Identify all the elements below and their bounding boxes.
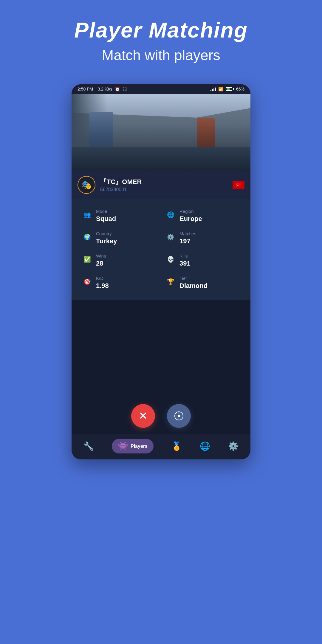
kills-label: Kills [179,253,191,258]
mode-label: Mode [96,209,116,214]
tools-icon: 🔧 [83,441,94,451]
status-speed: | 3.2KB/s [95,87,112,91]
players-icon: 👾 [118,441,128,451]
stat-region: 🌐 Region Europe [161,205,244,227]
nav-region[interactable]: 🌐 [200,441,210,451]
tier-label: Tier [179,276,208,281]
players-label: Players [131,444,148,449]
stat-tier: 🏆 Tier Diamond [161,272,244,294]
svg-point-1 [178,415,180,417]
bottom-nav: 🔧 👾 Players 🏅 🌐 ⚙️ [72,434,250,459]
headset-icon: 🎧 [122,87,127,91]
stats-grid: 👥 Mode Squad 🌐 Region Europe 🌍 Country T… [72,199,250,300]
nav-players[interactable]: 👾 Players [112,439,154,453]
nav-tools[interactable]: 🔧 [83,441,94,451]
matches-icon: ⚙️ [166,232,175,242]
region-value: Europe [179,215,202,223]
status-left: 2:50 PM | 3.2KB/s ⏰ 🎧 [78,87,127,91]
tier-value: Diamond [179,282,208,290]
player-id: 5628390001 [100,187,142,192]
kd-value: 1.98 [96,282,109,290]
country-value: Turkey [96,237,117,245]
stat-kd: 🎯 K/D 1.98 [78,272,161,294]
reject-button[interactable]: ✕ [131,404,155,428]
country-label: Country [96,231,117,236]
region-icon: 🌐 [166,210,175,219]
player-avatar: 🎭 [78,176,95,194]
game-scene [72,94,250,171]
region-nav-icon: 🌐 [200,441,210,451]
nav-rank[interactable]: 🏅 [171,441,182,451]
stat-wins: ✅ Wins 28 [78,249,161,272]
wins-label: Wins [96,253,106,258]
wifi-icon: 📶 [218,87,223,91]
signal-icon [210,87,216,91]
nav-settings[interactable]: ⚙️ [228,441,239,451]
action-buttons: ✕ [72,395,250,434]
stat-mode: 👥 Mode Squad [78,205,161,227]
status-bar: 2:50 PM | 3.2KB/s ⏰ 🎧 📶 66% [72,84,250,94]
accept-button[interactable] [167,404,191,428]
wins-value: 28 [96,260,106,267]
region-label: Region [179,209,202,214]
phone-frame: 2:50 PM | 3.2KB/s ⏰ 🎧 📶 66% [72,84,250,459]
settings-icon: ⚙️ [228,441,239,451]
wins-icon: ✅ [82,255,92,264]
status-time: 2:50 PM [78,87,93,91]
kills-icon: 💀 [166,255,175,264]
stat-country: 🌍 Country Turkey [78,227,161,249]
player-name: 『TC』OMER [100,177,142,186]
page-subtitle: Match with players [74,47,248,63]
game-screenshot [72,94,250,171]
player-flag: 🇹🇷 [233,181,244,189]
matches-value: 197 [179,237,196,245]
alarm-icon: ⏰ [115,87,120,91]
player-name-block: 『TC』OMER 5628390001 [100,177,142,192]
page-title: Player Matching [74,18,248,42]
country-icon: 🌍 [82,232,92,242]
kills-value: 391 [179,260,191,267]
flag-emoji: 🇹🇷 [235,182,242,188]
kd-label: K/D [96,276,109,281]
player-left: 🎭 『TC』OMER 5628390001 [78,176,142,194]
mode-icon: 👥 [82,210,92,219]
matches-label: Matches [179,231,196,236]
tier-icon: 🏆 [166,277,175,286]
mode-value: Squad [96,215,116,223]
kd-icon: 🎯 [82,277,92,286]
empty-area [72,300,250,395]
page-header: Player Matching Match with players [62,0,260,75]
stat-kills: 💀 Kills 391 [161,249,244,272]
avatar-icon: 🎭 [81,180,92,190]
stat-matches: ⚙️ Matches 197 [161,227,244,249]
rank-icon: 🏅 [171,441,182,451]
status-right: 📶 66% [210,87,244,91]
player-info-bar: 🎭 『TC』OMER 5628390001 🇹🇷 [72,171,250,199]
battery-indicator [226,87,234,91]
battery-percent: 66% [236,87,244,91]
